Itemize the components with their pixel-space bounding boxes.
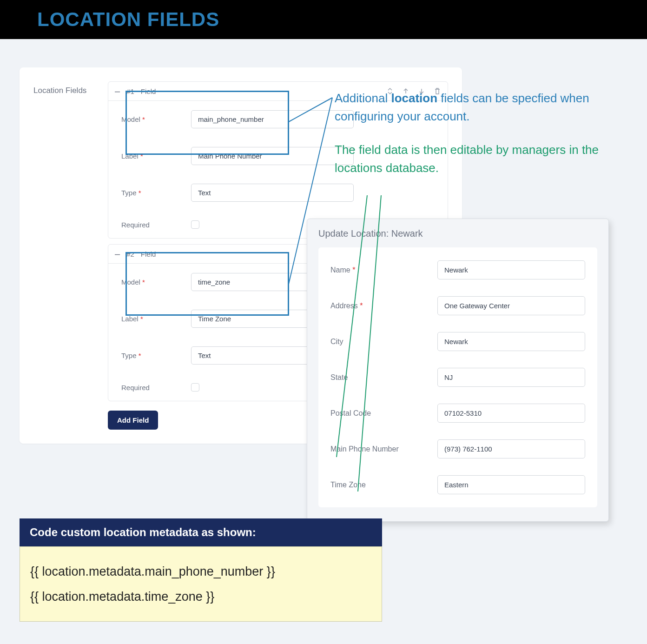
- panel-input[interactable]: [437, 296, 585, 315]
- model-input[interactable]: [191, 110, 354, 128]
- card-side-label: Location Fields: [33, 81, 99, 430]
- panel-label: Name *: [330, 266, 437, 274]
- label-label: Label *: [121, 315, 191, 323]
- update-location-panel: Update Location: Newark Name *Address *C…: [307, 219, 609, 522]
- add-field-button[interactable]: Add Field: [108, 411, 158, 430]
- collapse-icon[interactable]: –: [115, 249, 120, 259]
- required-label: Required: [121, 221, 191, 229]
- panel-row: Postal Code: [318, 395, 597, 431]
- panel-row: City: [318, 324, 597, 359]
- panel-input[interactable]: [437, 439, 585, 458]
- code-example: Code custom location metadata as shown: …: [20, 518, 382, 622]
- panel-row: Main Phone Number: [318, 431, 597, 467]
- panel-label: Main Phone Number: [330, 445, 437, 453]
- code-header: Code custom location metadata as shown:: [20, 518, 382, 546]
- annotation-text: The field data is then editable by manag…: [335, 141, 614, 177]
- type-label: Type *: [121, 189, 191, 197]
- label-label: Label *: [121, 152, 191, 160]
- panel-row: Address *: [318, 288, 597, 324]
- model-label: Model *: [121, 278, 191, 286]
- panel-row: State: [318, 359, 597, 395]
- required-checkbox[interactable]: [191, 383, 199, 392]
- panel-input[interactable]: [437, 475, 585, 494]
- code-line: {{ location.metadata.time_zone }}: [30, 584, 371, 609]
- field-number: #2: [126, 250, 134, 258]
- panel-label: Time Zone: [330, 481, 437, 489]
- field-word: Field: [141, 250, 156, 258]
- panel-input[interactable]: [437, 332, 585, 351]
- type-label: Type *: [121, 352, 191, 359]
- panel-input[interactable]: [437, 404, 585, 423]
- annotation-text: Additional location fields can be specfi…: [335, 89, 614, 126]
- required-label: Required: [121, 384, 191, 392]
- panel-input[interactable]: [437, 368, 585, 387]
- field-number: #1: [126, 87, 134, 95]
- panel-label: State: [330, 373, 437, 382]
- code-line: {{ location.metadata.main_phone_number }…: [30, 559, 371, 584]
- panel-row: Name *: [318, 252, 597, 288]
- label-input[interactable]: [191, 147, 354, 165]
- panel-row: Time Zone: [318, 467, 597, 503]
- required-checkbox[interactable]: [191, 220, 199, 229]
- model-label: Model *: [121, 115, 191, 123]
- panel-input[interactable]: [437, 260, 585, 279]
- panel-label: Address *: [330, 302, 437, 310]
- page-title: LOCATION FIELDS: [37, 8, 610, 31]
- type-input[interactable]: [191, 184, 354, 202]
- panel-label: City: [330, 338, 437, 346]
- panel-title: Update Location: Newark: [318, 228, 597, 239]
- field-word: Field: [141, 87, 156, 95]
- collapse-icon[interactable]: –: [115, 86, 120, 96]
- page-header: LOCATION FIELDS: [0, 0, 647, 39]
- panel-label: Postal Code: [330, 409, 437, 418]
